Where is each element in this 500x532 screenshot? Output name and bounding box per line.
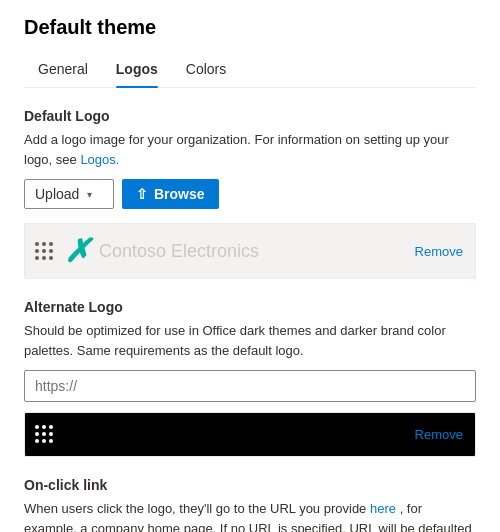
drag-handle-dark-icon[interactable] (25, 413, 64, 456)
upload-icon: ⇧ (136, 186, 148, 202)
on-click-link-description: When users click the logo, they'll go to… (24, 499, 476, 532)
upload-label: Upload (35, 186, 79, 202)
logo-text: Contoso Electronics (99, 241, 259, 262)
on-click-link-title: On-click link (24, 477, 476, 493)
tab-logos[interactable]: Logos (102, 53, 172, 87)
tab-colors[interactable]: Colors (172, 53, 240, 87)
default-logo-preview: ✗ Contoso Electronics Remove (24, 223, 476, 279)
logo-image-area: ✗ Contoso Electronics (64, 224, 403, 278)
alternate-logo-url-input[interactable] (24, 370, 476, 402)
logo-x-symbol: ✗ (64, 232, 91, 270)
drag-handle-icon[interactable] (25, 230, 64, 273)
alternate-logo-title: Alternate Logo (24, 299, 476, 315)
default-logo-title: Default Logo (24, 108, 476, 124)
page-title: Default theme (24, 16, 476, 39)
browse-button[interactable]: ⇧ Browse (122, 179, 219, 209)
default-logo-remove-link[interactable]: Remove (403, 232, 475, 271)
alternate-logo-image-area (64, 427, 403, 443)
tab-bar: General Logos Colors (24, 53, 476, 88)
alternate-logo-description: Should be optimized for use in Office da… (24, 321, 476, 360)
dots-grid-dark (35, 425, 54, 444)
chevron-down-icon: ▾ (87, 189, 92, 200)
dots-grid (35, 242, 54, 261)
default-logo-description: Add a logo image for your organization. … (24, 130, 476, 169)
here-link[interactable]: here (370, 501, 396, 516)
alternate-logo-section: Alternate Logo Should be optimized for u… (24, 299, 476, 457)
tab-general[interactable]: General (24, 53, 102, 87)
default-logo-section: Default Logo Add a logo image for your o… (24, 108, 476, 279)
upload-row: Upload ▾ ⇧ Browse (24, 179, 476, 209)
alternate-logo-preview: Remove (24, 412, 476, 457)
upload-dropdown[interactable]: Upload ▾ (24, 179, 114, 209)
on-click-link-section: On-click link When users click the logo,… (24, 477, 476, 532)
alternate-logo-remove-link[interactable]: Remove (403, 415, 475, 454)
logos-link[interactable]: Logos. (80, 152, 119, 167)
